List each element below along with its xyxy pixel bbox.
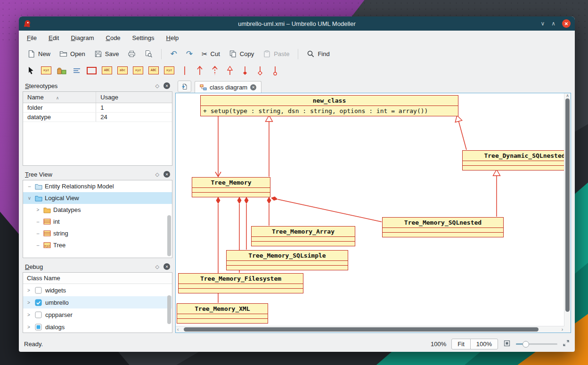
menu-help[interactable]: Help	[166, 34, 179, 41]
diagram-canvas[interactable]: new_class+ setup(type : string, dsn : st…	[176, 94, 564, 326]
titlebar[interactable]: umbrello-uml.xmi – Umbrello UML Modeller…	[19, 16, 575, 31]
interface-tool[interactable]: abc	[117, 65, 128, 76]
menu-settings[interactable]: Settings	[132, 34, 155, 41]
menu-edit[interactable]: Edit	[49, 34, 59, 41]
datatype-tool[interactable]: xyz	[133, 65, 143, 76]
uml-class-Tree_Memory_XML[interactable]: Tree_Memory_XML	[177, 303, 268, 324]
close-dock-icon[interactable]: ✕	[163, 171, 170, 178]
tree-item-label: Tree	[53, 242, 65, 249]
stereotypes-dock-header[interactable]: Stereotypes ◇ ✕	[23, 80, 172, 91]
content-area: Stereotypes ◇ ✕ Name∧ Usage folder1	[19, 78, 575, 336]
stereotypes-col-name[interactable]: Name∧	[23, 92, 96, 103]
print-preview-button[interactable]	[141, 48, 156, 60]
scroll-left-icon[interactable]: ‹	[176, 326, 180, 333]
checkbox-checked[interactable]	[35, 299, 42, 306]
expander-icon[interactable]: >	[26, 300, 32, 305]
composition-tool[interactable]	[240, 65, 250, 76]
menu-code[interactable]: Code	[106, 34, 121, 41]
maximize-button[interactable]: ∧	[551, 21, 555, 26]
checkbox-unchecked[interactable]	[35, 311, 42, 318]
zoom-page-icon[interactable]	[503, 340, 511, 349]
uml-class-Tree_Memory_Filesystem[interactable]: Tree_Memory_Filesystem	[178, 273, 303, 293]
checkbox-filled[interactable]	[35, 324, 42, 331]
tree-item-logical-view[interactable]: ∨Logical View	[23, 192, 172, 204]
uml-class-new_class[interactable]: new_class+ setup(type : string, dsn : st…	[200, 95, 458, 116]
vertical-scrollbar[interactable]: ∧	[564, 93, 571, 326]
tree-view-dock-header[interactable]: Tree View ◇ ✕	[23, 169, 172, 180]
uml-class-Tree_Memory[interactable]: Tree_Memory	[192, 177, 270, 197]
find-button[interactable]: Find	[303, 48, 333, 60]
tab-close-icon[interactable]: ✕	[250, 84, 256, 90]
debug-item-widgets[interactable]: >widgets	[23, 284, 172, 296]
debug-item-umbrello[interactable]: >umbrello	[23, 296, 172, 308]
uml-class-Tree_Memory_Array[interactable]: Tree_Memory_Array	[251, 226, 355, 246]
zoom-fit-button[interactable]: Fit	[451, 339, 470, 349]
scroll-up-icon[interactable]: ∧	[564, 93, 571, 98]
tree-item-int[interactable]: –int	[23, 216, 172, 227]
select-tool[interactable]	[26, 65, 36, 76]
dependency-tool[interactable]	[210, 65, 220, 76]
menu-file[interactable]: File	[27, 34, 37, 41]
uml-class-Tree_Memory_SQLnested[interactable]: Tree_Memory_SQLnested	[382, 217, 504, 237]
horizontal-scroll-thumb[interactable]	[184, 327, 539, 332]
aggregation-tool[interactable]	[255, 65, 265, 76]
float-dock-icon[interactable]: ◇	[155, 83, 159, 89]
object-tool[interactable]: xyz	[41, 65, 51, 76]
checkbox-unchecked[interactable]	[35, 287, 42, 294]
zoom-slider[interactable]	[516, 340, 557, 348]
tree-item-datatypes[interactable]: >Datatypes	[23, 204, 172, 216]
tab-class-diagram[interactable]: class diagram ✕	[195, 81, 261, 93]
cut-button[interactable]: ✂Cut	[198, 49, 224, 59]
expander-icon[interactable]: >	[26, 324, 32, 330]
anchor-tool[interactable]	[270, 65, 280, 76]
stereotypes-col-usage[interactable]: Usage	[96, 92, 172, 103]
expander-icon[interactable]: >	[26, 288, 32, 293]
zoom-slider-handle[interactable]	[523, 341, 529, 348]
association-tool[interactable]	[180, 65, 189, 76]
menu-diagram[interactable]: Diagram	[71, 34, 94, 41]
stereotype-row[interactable]: folder1	[23, 103, 172, 113]
undo-button[interactable]: ↶	[166, 48, 180, 60]
enum-tool[interactable]: xyz	[164, 65, 174, 76]
debug-dock-header[interactable]: Debug ◇ ✕	[23, 261, 172, 272]
open-button[interactable]: Open	[56, 48, 89, 60]
float-dock-icon[interactable]: ◇	[155, 172, 159, 177]
text-lines-tool[interactable]	[72, 65, 82, 76]
new-tab-button[interactable]	[178, 81, 191, 92]
package-tool[interactable]	[57, 65, 66, 76]
redo-button[interactable]: ↷	[182, 48, 196, 60]
horizontal-scrollbar[interactable]: ‹ ›	[176, 326, 564, 333]
print-button[interactable]	[124, 48, 139, 60]
expander-icon[interactable]: >	[26, 312, 32, 317]
vertical-scroll-thumb[interactable]	[565, 98, 570, 312]
tree-item-entity-relationship-model[interactable]: –Entity Relationship Model	[23, 180, 172, 192]
fullscreen-icon[interactable]	[563, 340, 570, 348]
uni-association-tool[interactable]	[195, 65, 204, 76]
expander-icon[interactable]: >	[35, 207, 41, 212]
paste-button[interactable]: Paste	[259, 48, 293, 60]
expander-icon[interactable]: ∨	[26, 195, 33, 201]
debug-item-cppparser[interactable]: >cppparser	[23, 308, 172, 321]
new-button[interactable]: New	[24, 48, 54, 60]
uml-class-Tree_Dynamic_SQLnested[interactable]: Tree_Dynamic_SQLnested	[462, 150, 564, 170]
copy-button[interactable]: Copy	[225, 48, 258, 60]
debug-scrollbar[interactable]	[167, 295, 171, 324]
debug-item-dialogs[interactable]: >dialogs	[23, 321, 172, 333]
entity-tool[interactable]: ABC	[148, 65, 159, 76]
tree-view-scrollbar[interactable]	[167, 215, 171, 256]
tree-item-tree[interactable]: –xyzTree	[23, 239, 172, 251]
stereotype-row[interactable]: datatype24	[23, 113, 172, 122]
minimize-button[interactable]: ∨	[540, 21, 545, 26]
tree-item-string[interactable]: –string	[23, 227, 172, 239]
zoom-100-button[interactable]: 100%	[470, 339, 498, 349]
generalization-tool[interactable]	[225, 65, 235, 76]
close-button[interactable]: ✕	[562, 19, 571, 28]
box-tool[interactable]	[87, 65, 97, 76]
save-button[interactable]: Save	[90, 48, 123, 60]
float-dock-icon[interactable]: ◇	[155, 264, 159, 269]
close-dock-icon[interactable]: ✕	[163, 82, 170, 89]
close-dock-icon[interactable]: ✕	[163, 263, 170, 270]
uml-class-Tree_Memory_SQLsimple[interactable]: Tree_Memory_SQLsimple	[226, 250, 348, 270]
scroll-right-icon[interactable]: ›	[560, 326, 564, 333]
class-tool[interactable]: ABC	[102, 65, 112, 76]
